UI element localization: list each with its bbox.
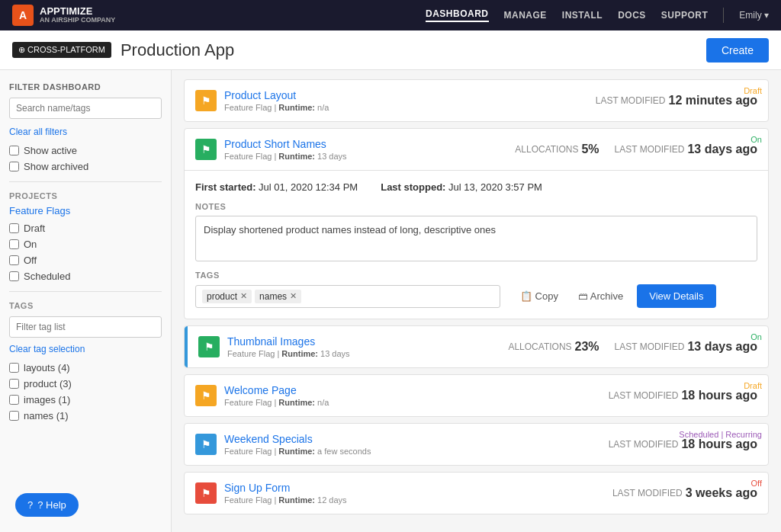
alloc-value-thumbnail: 23% — [575, 340, 599, 354]
ff-on-label: On — [24, 239, 37, 250]
ff-draft-label: Draft — [24, 223, 45, 234]
ff-scheduled-checkbox[interactable] — [9, 271, 19, 281]
clear-tag-selection[interactable]: Clear tag selection — [9, 344, 162, 354]
tags-title: TAGS — [9, 301, 162, 310]
copy-button[interactable]: 📋 Copy — [514, 287, 564, 305]
archive-button[interactable]: 🗃 Archive — [572, 287, 629, 305]
clear-all-filters[interactable]: Clear all filters — [9, 127, 162, 137]
tag-chip-names-remove[interactable]: ✕ — [290, 291, 297, 301]
flag-card-header-product-layout: Draft ⚑ Product Layout Feature Flag | Ru… — [185, 80, 768, 121]
tag-filter-input[interactable] — [9, 316, 162, 338]
flag-icon-thumbnail: ⚑ — [198, 336, 220, 357]
status-badge-weekend: Scheduled | Recurring — [673, 428, 768, 441]
card-actions-psn: 📋 Copy 🗃 Archive View Details — [514, 284, 716, 308]
nav-docs[interactable]: DOCS — [618, 10, 646, 21]
last-stopped: Last stopped: Jul 13, 2020 3:57 PM — [381, 181, 542, 193]
ff-scheduled-label: Scheduled — [24, 271, 70, 282]
tag-names-checkbox[interactable] — [9, 411, 19, 421]
nav-links: DASHBOARD MANAGE INSTALL DOCS SUPPORT — [426, 8, 708, 22]
tag-product-row[interactable]: product (3) — [9, 378, 162, 389]
nav-support[interactable]: SUPPORT — [661, 10, 709, 21]
flag-card-welcome-page: Draft ⚑ Welcome Page Feature Flag | Runt… — [184, 374, 769, 417]
flag-modified-psn: LAST MODIFIED 13 days ago — [615, 143, 757, 156]
tag-layouts-row[interactable]: layouts (4) — [9, 362, 162, 373]
flag-name-thumbnail[interactable]: Thumbnail Images — [227, 335, 508, 348]
nav-manage[interactable]: MANAGE — [504, 10, 547, 21]
feature-flags-link[interactable]: Feature Flags — [9, 205, 162, 216]
top-nav: A APPTIMIZE AN AIRSHIP COMPANY DASHBOARD… — [0, 0, 781, 30]
status-badge-signup: Off — [745, 477, 768, 489]
flag-card-header-welcome: Draft ⚑ Welcome Page Feature Flag | Runt… — [185, 375, 768, 416]
ff-off-row[interactable]: Off — [9, 255, 162, 266]
flag-meta-weekend: Feature Flag | Runtime: a few seconds — [224, 447, 609, 456]
status-badge-thumbnail: On — [744, 331, 768, 343]
nav-divider — [723, 8, 724, 23]
flag-expanded-body-psn: First started: Jul 01, 2020 12:34 PM Las… — [185, 171, 768, 319]
flag-name-welcome[interactable]: Welcome Page — [224, 384, 609, 396]
show-archived-row[interactable]: Show archived — [9, 161, 162, 172]
tag-chip-product-remove[interactable]: ✕ — [240, 291, 247, 301]
flag-meta-thumbnail: Feature Flag | Runtime: 13 days — [227, 349, 508, 358]
flag-card-product-layout: Draft ⚑ Product Layout Feature Flag | Ru… — [184, 79, 769, 122]
sidebar: FILTER DASHBOARD Clear all filters Show … — [0, 70, 172, 532]
tag-names-row[interactable]: names (1) — [9, 410, 162, 421]
tag-images-checkbox[interactable] — [9, 395, 19, 405]
flag-info-weekend: Weekend Specials Feature Flag | Runtime:… — [224, 433, 609, 456]
view-details-button[interactable]: View Details — [637, 284, 715, 308]
logo-text: APPTIMIZE AN AIRSHIP COMPANY — [40, 6, 115, 24]
show-archived-checkbox[interactable] — [9, 162, 19, 171]
tag-images-row[interactable]: images (1) — [9, 394, 162, 405]
last-modified-label-signup: LAST MODIFIED — [612, 488, 683, 498]
help-label: ? Help — [37, 499, 66, 511]
alloc-label: ALLOCATIONS — [515, 144, 578, 155]
flag-name-psn[interactable]: Product Short Names — [224, 138, 515, 150]
flag-icon-product-layout: ⚑ — [195, 90, 217, 111]
create-button[interactable]: Create — [706, 38, 769, 62]
tags-row: product ✕ names ✕ 📋 Copy 🗃 Archive Vi — [195, 284, 757, 308]
show-active-row[interactable]: Show active — [9, 145, 162, 156]
flag-name-product-layout[interactable]: Product Layout — [224, 89, 596, 101]
tag-chip-names: names ✕ — [255, 290, 301, 303]
app-title: Production App — [121, 40, 234, 60]
projects-title: PROJECTS — [9, 191, 162, 200]
tag-layouts-label: layouts (4) — [24, 362, 70, 373]
search-input[interactable] — [9, 98, 162, 119]
notes-label: NOTES — [195, 202, 757, 211]
logo-sub: AN AIRSHIP COMPANY — [40, 17, 115, 24]
tags-label: TAGS — [195, 271, 757, 280]
ff-off-checkbox[interactable] — [9, 255, 19, 265]
last-modified-label-psn: LAST MODIFIED — [615, 144, 685, 155]
nav-install[interactable]: INSTALL — [562, 10, 603, 21]
flag-name-signup[interactable]: Sign Up Form — [224, 482, 612, 494]
ff-scheduled-row[interactable]: Scheduled — [9, 271, 162, 282]
tag-product-checkbox[interactable] — [9, 379, 19, 389]
flag-card-weekend-specials: Scheduled | Recurring ⚑ Weekend Specials… — [184, 423, 769, 466]
flag-meta-welcome: Feature Flag | Runtime: n/a — [224, 398, 609, 407]
flag-name-weekend[interactable]: Weekend Specials — [224, 433, 609, 445]
flag-card-header-weekend: Scheduled | Recurring ⚑ Weekend Specials… — [185, 424, 768, 465]
nav-user[interactable]: Emily ▾ — [739, 10, 769, 21]
help-button[interactable]: ? ? Help — [15, 493, 79, 517]
flag-card-header-signup: Off ⚑ Sign Up Form Feature Flag | Runtim… — [185, 473, 768, 514]
last-modified-label-thumbnail: LAST MODIFIED — [615, 341, 685, 352]
filter-title: FILTER DASHBOARD — [9, 82, 162, 91]
logo: A APPTIMIZE AN AIRSHIP COMPANY — [12, 5, 115, 26]
alloc-label-thumbnail: ALLOCATIONS — [508, 341, 571, 352]
ff-on-checkbox[interactable] — [9, 239, 19, 249]
status-badge-psn: On — [744, 133, 768, 146]
app-header: ⊕ CROSS-PLATFORM Production App Create — [0, 30, 781, 70]
tag-chip-product-label: product — [207, 291, 237, 302]
flag-card-header-thumbnail: On ⚑ Thumbnail Images Feature Flag | Run… — [185, 326, 768, 367]
ff-draft-checkbox[interactable] — [9, 223, 19, 233]
logo-icon: A — [12, 5, 34, 26]
tag-layouts-checkbox[interactable] — [9, 363, 19, 373]
tags-input-area[interactable]: product ✕ names ✕ — [195, 285, 500, 308]
platform-badge[interactable]: ⊕ CROSS-PLATFORM — [12, 42, 111, 58]
show-active-checkbox[interactable] — [9, 146, 19, 155]
show-archived-label: Show archived — [24, 161, 88, 172]
ff-draft-row[interactable]: Draft — [9, 223, 162, 234]
flag-card-product-short-names: On ⚑ Product Short Names Feature Flag | … — [184, 128, 769, 319]
main-layout: FILTER DASHBOARD Clear all filters Show … — [0, 70, 781, 532]
nav-dashboard[interactable]: DASHBOARD — [426, 8, 489, 22]
ff-on-row[interactable]: On — [9, 239, 162, 250]
